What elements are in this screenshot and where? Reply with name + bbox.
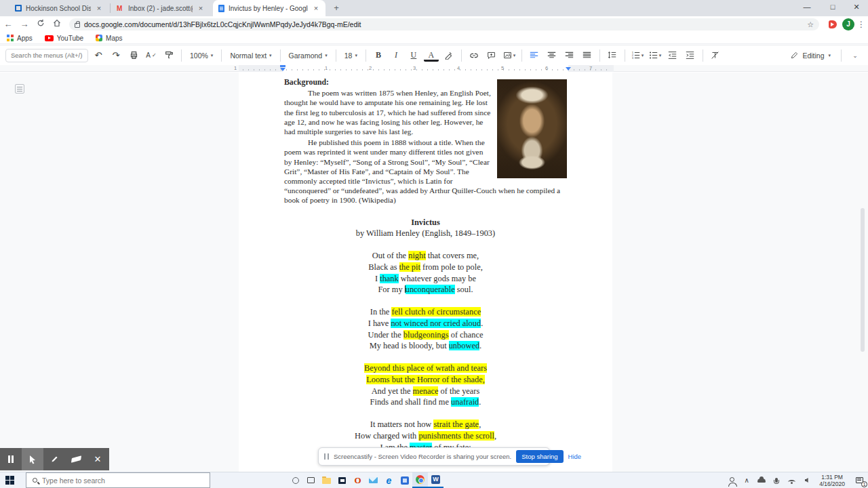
document-page[interactable]: Background: The poem was written 1875 wh… — [239, 73, 612, 488]
highlighted-text[interactable]: punishments the scroll — [418, 431, 494, 441]
taskbar-clock[interactable]: 1:31 PM 4/16/2020 — [814, 474, 850, 487]
window-minimize-button[interactable]: — — [797, 0, 817, 15]
bookmark-youtube[interactable]: YouTube — [45, 35, 83, 42]
highlighted-text[interactable]: fell clutch of circumstance — [391, 307, 481, 317]
bookmark-maps[interactable]: Maps — [96, 35, 122, 42]
italic-button[interactable]: I — [389, 48, 403, 63]
poem-section[interactable]: Invictus by William Henley (English, 184… — [284, 217, 567, 453]
highlighted-text[interactable]: thank — [380, 274, 399, 283]
poem-line[interactable]: It matters not how strait the gate, — [284, 419, 567, 430]
onedrive-button[interactable] — [754, 472, 769, 488]
highlighted-text[interactable]: the pit — [399, 262, 420, 272]
notification-center-button[interactable]: 1 — [850, 472, 868, 488]
font-family-select[interactable]: Garamond▾ — [285, 48, 331, 63]
tab-close-icon[interactable]: × — [197, 4, 205, 12]
right-indent-marker[interactable] — [566, 67, 571, 70]
poem-stanza[interactable]: Beyond this place of wrath and tearsLoom… — [284, 363, 567, 407]
tab-gmail-inbox[interactable]: M Inbox (2) - jade.scott@hocksd.or × — [111, 0, 210, 16]
line-spacing-icon[interactable] — [605, 48, 620, 63]
bold-button[interactable]: B — [371, 48, 386, 63]
forward-icon[interactable]: → — [16, 18, 33, 31]
browser-menu-icon[interactable]: ⋮ — [854, 20, 868, 29]
poem-line[interactable]: I have not winced nor cried aloud. — [284, 318, 567, 329]
home-icon[interactable] — [49, 18, 65, 31]
tab-hockinson[interactable]: Hockinson School District Intran × — [9, 0, 108, 16]
print-icon[interactable] — [126, 48, 141, 63]
poem-stanza[interactable]: Out of the night that covers me,Black as… — [284, 250, 567, 295]
annotation-eraser-button[interactable] — [65, 448, 87, 470]
paint-format-icon[interactable] — [161, 48, 176, 63]
add-comment-icon[interactable] — [484, 48, 499, 63]
paragraph-style-select[interactable]: Normal text▾ — [226, 48, 275, 63]
task-view-button[interactable] — [303, 472, 319, 488]
clear-formatting-button[interactable] — [708, 48, 723, 63]
insert-image-icon[interactable]: ▾ — [502, 48, 517, 63]
annotation-close-button[interactable]: ✕ — [87, 448, 108, 470]
highlighted-text[interactable]: Beyond this place of wrath and tears — [364, 363, 487, 373]
poem-line[interactable]: In the fell clutch of circumstance — [284, 306, 567, 318]
window-maximize-button[interactable]: □ — [823, 0, 843, 15]
tab-invictus-active[interactable]: Invictus by Henley - Google Docs × — [213, 0, 326, 16]
people-button[interactable] — [724, 472, 739, 488]
new-tab-button[interactable]: + — [331, 3, 342, 14]
poem-line[interactable]: Out of the night that covers me, — [284, 250, 567, 262]
font-size-select[interactable]: 18▾ — [341, 48, 361, 63]
poem-line[interactable]: I thank whatever gods may be — [284, 273, 567, 285]
annotation-pause-button[interactable] — [0, 448, 22, 470]
highlighted-text[interactable]: Looms but the Horror of the shade, — [366, 375, 484, 384]
poem-line[interactable]: Beyond this place of wrath and tears — [284, 363, 567, 374]
document-canvas[interactable]: Background: The poem was written 1875 wh… — [0, 73, 868, 488]
start-button[interactable] — [5, 476, 14, 485]
back-icon[interactable]: ← — [0, 18, 16, 31]
highlighted-text[interactable]: unconquerable — [406, 285, 455, 294]
highlight-color-button[interactable] — [441, 48, 456, 63]
collapse-toolbar-icon[interactable]: ⌄ — [848, 48, 863, 63]
poem-byline[interactable]: by William Henley (English, 1849–1903) — [284, 228, 567, 239]
mail-button[interactable] — [366, 472, 381, 488]
cortana-button[interactable] — [288, 472, 303, 488]
highlighted-text[interactable]: unbowed — [449, 341, 479, 350]
highlighted-text[interactable]: not winced nor cried aloud — [391, 319, 481, 328]
underline-button[interactable]: U — [406, 48, 421, 63]
office-button[interactable]: O — [350, 472, 366, 488]
microsoft-store-button[interactable] — [334, 472, 350, 488]
spell-check-icon[interactable]: A✓ — [144, 48, 159, 63]
poem-line[interactable]: Looms but the Horror of the shade, — [284, 374, 567, 386]
hidden-icons-chevron[interactable]: ∧ — [739, 472, 754, 488]
menu-search-input[interactable] — [5, 49, 88, 62]
chrome-button[interactable] — [412, 472, 428, 488]
poem-line[interactable]: Finds and shall find me unafraid. — [284, 396, 567, 408]
window-close-button[interactable]: ✕ — [846, 0, 867, 15]
taskbar-search[interactable] — [26, 472, 210, 488]
annotation-pen-button[interactable] — [43, 448, 65, 470]
screencastify-extension-icon[interactable] — [829, 20, 837, 28]
taskbar-search-input[interactable] — [42, 476, 178, 485]
highlighted-text[interactable]: unafraid — [451, 397, 479, 407]
poem-line[interactable]: How charged with punishments the scroll, — [284, 430, 567, 442]
highlighted-text[interactable]: bludgeonings — [403, 330, 449, 340]
poem-line[interactable]: For my unconquerable soul. — [284, 284, 567, 296]
highlighted-text[interactable]: strait the gate — [433, 420, 479, 429]
url-input[interactable] — [84, 20, 803, 28]
justify-button[interactable] — [580, 48, 595, 63]
left-indent-marker[interactable] — [280, 68, 285, 71]
increase-indent-button[interactable] — [683, 48, 698, 63]
zoom-select[interactable]: 100%▾ — [186, 48, 216, 63]
profile-avatar[interactable]: J — [842, 18, 854, 30]
secure-lock-icon[interactable] — [75, 23, 80, 28]
blue-app-button[interactable] — [397, 472, 412, 488]
poem-line[interactable]: And yet the menace of the years — [284, 386, 567, 397]
bookmark-apps[interactable]: Apps — [7, 35, 33, 42]
microphone-button[interactable] — [769, 472, 784, 488]
tab-close-icon[interactable]: × — [95, 4, 103, 12]
numbered-list-button[interactable]: 123 ▾ — [630, 48, 645, 63]
file-explorer-button[interactable] — [319, 472, 334, 488]
hide-button[interactable]: Hide — [568, 453, 582, 460]
edge-button[interactable]: e — [381, 472, 397, 488]
undo-icon[interactable]: ↶ — [91, 48, 106, 63]
text-color-button[interactable]: A — [424, 50, 439, 62]
poem-line[interactable]: Under the bludgeonings of chance — [284, 329, 567, 341]
bookmark-star-icon[interactable]: ☆ — [807, 20, 814, 29]
align-right-button[interactable] — [562, 48, 577, 63]
align-left-button[interactable] — [527, 48, 542, 63]
